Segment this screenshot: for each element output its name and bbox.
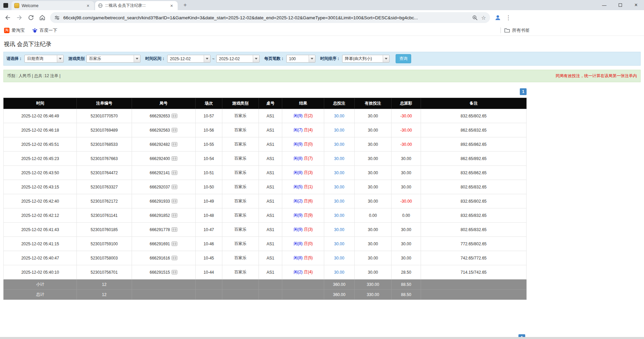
- forward-icon[interactable]: [14, 12, 25, 23]
- round-detail-icon[interactable]: [172, 270, 177, 274]
- round-detail-icon[interactable]: [172, 156, 177, 161]
- chevron-down-icon[interactable]: [383, 55, 389, 62]
- cell-total-bet[interactable]: 30.00: [324, 109, 355, 123]
- cell-game: 百家乐: [222, 194, 259, 208]
- date-end-select[interactable]: 2025-12-02: [216, 55, 260, 63]
- minimize-button[interactable]: —: [596, 0, 612, 10]
- cell-total-bet[interactable]: 30.00: [324, 237, 355, 251]
- page-title: 视讯 会员下注纪录: [0, 36, 644, 52]
- round-detail-icon[interactable]: [172, 213, 177, 218]
- round-detail-icon[interactable]: [172, 227, 177, 232]
- round-detail-icon[interactable]: [172, 185, 177, 189]
- cell-bet-id: 523010762172: [77, 194, 132, 208]
- cell-result: 闲(9) 庄(2): [282, 109, 324, 123]
- chevron-down-icon[interactable]: [204, 55, 210, 62]
- tab-welcome[interactable]: Welcome ×: [12, 1, 94, 10]
- cell-total-bet[interactable]: 30.00: [324, 137, 355, 152]
- summary-cell: 88.50: [392, 279, 421, 290]
- cell-total-bet[interactable]: 30.00: [324, 180, 355, 194]
- column-header: 结果: [282, 98, 324, 109]
- home-icon[interactable]: [37, 12, 48, 23]
- date-start-select[interactable]: 2025-12-02: [167, 55, 210, 63]
- cell-table: AS1: [259, 166, 282, 180]
- cell-note: 772.65/802.65: [421, 237, 526, 251]
- cell-game: 百家乐: [222, 223, 259, 237]
- zoom-icon[interactable]: [472, 15, 478, 21]
- summary-row: 小计12360.00330.0088.50: [4, 279, 527, 290]
- browser-menu-icon[interactable]: ⋮: [504, 14, 513, 21]
- cell-game: 百家乐: [222, 137, 259, 152]
- cell-total-bet[interactable]: 30.00: [324, 251, 355, 265]
- bookmark-taobao[interactable]: 淘 爱淘宝: [4, 27, 25, 33]
- chevron-down-icon[interactable]: [253, 55, 259, 62]
- column-header: 备注: [421, 98, 526, 109]
- cell-game: 百家乐: [222, 180, 259, 194]
- maximize-button[interactable]: [612, 0, 628, 10]
- cell-bet-id: 523010763327: [77, 180, 132, 194]
- summary-cell: [421, 290, 526, 300]
- round-detail-icon[interactable]: [172, 114, 177, 118]
- all-bookmarks-button[interactable]: 所有书签: [504, 27, 530, 33]
- address-bar[interactable]: 66cxkj98.com/game/betrecord_search/kind3…: [50, 12, 490, 23]
- cell-round-id: 666292141: [132, 166, 195, 180]
- cell-total-bet[interactable]: 30.00: [324, 123, 355, 137]
- cell-session: 10-54: [196, 152, 222, 166]
- cell-total-bet[interactable]: 30.00: [324, 194, 355, 208]
- horizontal-scrollbar[interactable]: [0, 337, 644, 339]
- page-size-select[interactable]: 100: [286, 55, 315, 63]
- cell-total-bet[interactable]: 30.00: [324, 223, 355, 237]
- round-detail-icon[interactable]: [172, 171, 177, 175]
- cell-game: 百家乐: [222, 109, 259, 123]
- cell-bet-id: 523010756701: [77, 265, 132, 279]
- page-number-button[interactable]: 1: [520, 88, 527, 95]
- bookmark-baidu[interactable]: 百度一下: [32, 27, 57, 33]
- round-detail-icon[interactable]: [172, 128, 177, 132]
- cell-time: 2025-12-02 05:45:51: [4, 137, 77, 152]
- chevron-down-icon[interactable]: [134, 55, 140, 62]
- chevron-down-icon[interactable]: [309, 55, 315, 62]
- cell-round-id: 666291616: [132, 251, 195, 265]
- round-detail-icon[interactable]: [172, 242, 177, 246]
- url-text[interactable]: 66cxkj98.com/game/betrecord_search/kind3…: [63, 15, 469, 20]
- cell-total-bet[interactable]: 30.00: [324, 208, 355, 223]
- close-button[interactable]: ×: [628, 0, 644, 10]
- cell-total-bet[interactable]: 30.00: [324, 265, 355, 279]
- new-tab-button[interactable]: +: [181, 2, 189, 8]
- summary-cell: 330.00: [354, 279, 392, 290]
- summary-cell: [196, 279, 222, 290]
- game-type-select[interactable]: 百家乐: [86, 55, 140, 63]
- tab-close-icon[interactable]: ×: [85, 3, 91, 8]
- cell-time: 2025-12-02 05:42:40: [4, 194, 77, 208]
- cell-game: 百家乐: [222, 237, 259, 251]
- cell-total-bet[interactable]: 30.00: [324, 152, 355, 166]
- table-row: 2025-12-02 05:43:50523010764472666292141…: [4, 166, 527, 180]
- reload-icon[interactable]: [25, 12, 37, 23]
- table-row: 2025-12-02 05:46:18523010769489666292563…: [4, 123, 527, 137]
- cell-valid-bet: 30.00: [354, 152, 392, 166]
- tab-betrecord[interactable]: :::视讯 会员下注纪录::: ×: [95, 1, 178, 10]
- cell-valid-bet: 30.00: [354, 237, 392, 251]
- site-controls-icon[interactable]: [54, 15, 60, 21]
- table-row: 2025-12-02 05:45:51523010768533666292482…: [4, 137, 527, 152]
- profile-icon[interactable]: [492, 12, 504, 23]
- summary-cell: 330.00: [354, 290, 392, 300]
- back-icon[interactable]: [2, 12, 14, 23]
- round-detail-icon[interactable]: [172, 199, 177, 203]
- browser-window: Welcome × :::视讯 会员下注纪录::: × + — ×: [0, 0, 644, 36]
- tab-close-icon[interactable]: ×: [169, 3, 174, 8]
- cell-round-id: 666292400: [132, 152, 195, 166]
- cell-valid-bet: 30.00: [354, 137, 392, 152]
- cell-valid-bet: 30.00: [354, 265, 392, 279]
- tab-title: :::视讯 会员下注纪录:::: [105, 3, 166, 8]
- search-button[interactable]: 查询: [396, 54, 411, 63]
- cell-bet-id: 523010770570: [77, 109, 132, 123]
- cell-total-bet[interactable]: 30.00: [324, 166, 355, 180]
- bookmark-star-icon[interactable]: ☆: [481, 15, 486, 21]
- cell-payout: 30.00: [392, 251, 421, 265]
- round-detail-icon[interactable]: [172, 142, 177, 146]
- cell-time: 2025-12-02 05:46:18: [4, 123, 77, 137]
- sort-select[interactable]: 降幂(由大到小): [342, 55, 390, 63]
- round-detail-icon[interactable]: [172, 256, 177, 260]
- query-type-select[interactable]: 日期查询: [24, 55, 64, 63]
- chevron-down-icon[interactable]: [57, 55, 63, 62]
